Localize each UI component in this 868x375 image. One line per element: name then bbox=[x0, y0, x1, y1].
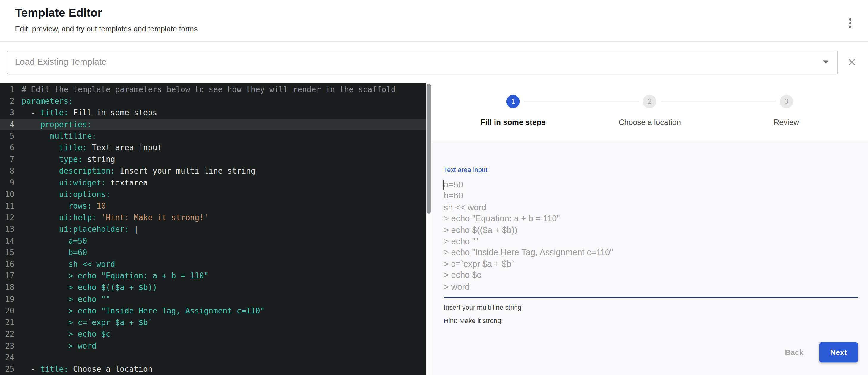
code-token bbox=[22, 155, 59, 164]
code-token: 'Hint: Make it strong!' bbox=[101, 213, 209, 222]
code-text: type: string bbox=[22, 154, 115, 165]
code-text: > echo "Equation: a + b = 110" bbox=[22, 270, 209, 282]
code-token: Insert your multi line string bbox=[115, 166, 255, 175]
code-token: multiline: bbox=[50, 132, 96, 140]
code-token: type: bbox=[59, 155, 83, 164]
code-text: ui:placeholder: | bbox=[22, 223, 138, 235]
code-line[interactable]: 20 > echo "Inside Here Tag, Assignment c… bbox=[0, 305, 426, 317]
code-text: b=60 bbox=[22, 247, 87, 258]
code-line[interactable]: 16 sh << word bbox=[0, 258, 426, 270]
code-token: title: bbox=[59, 143, 87, 152]
code-line[interactable]: 4 properties: bbox=[0, 119, 426, 130]
line-number: 24 bbox=[0, 352, 14, 364]
code-token bbox=[22, 213, 59, 222]
code-line[interactable]: 25 - title: Choose a location bbox=[0, 364, 426, 375]
code-line[interactable]: 21 > c=`expr $a + $b` bbox=[0, 317, 426, 329]
scrollbar-thumb[interactable] bbox=[427, 84, 431, 214]
load-template-select[interactable]: Load Existing Template bbox=[6, 50, 838, 74]
code-line[interactable]: 6 title: Text area input bbox=[0, 142, 426, 154]
code-line[interactable]: 14 a=50 bbox=[0, 235, 426, 247]
code-text: > echo $(($a + $b)) bbox=[22, 282, 157, 293]
overflow-menu-icon[interactable] bbox=[844, 15, 857, 31]
code-text: - title: Fill in some steps bbox=[22, 107, 157, 119]
code-line[interactable]: 24 bbox=[0, 352, 426, 364]
code-line[interactable]: 8 description: Insert your multi line st… bbox=[0, 165, 426, 177]
stepper-step-1[interactable]: 1Fill in some steps bbox=[445, 95, 581, 126]
code-text: a=50 bbox=[22, 235, 87, 247]
code-line[interactable]: 2parameters: bbox=[0, 95, 426, 107]
textarea-line: sh << word bbox=[444, 202, 858, 213]
stepper-step-3[interactable]: 3Review bbox=[718, 95, 855, 126]
code-token: - bbox=[22, 108, 40, 117]
code-token: properties: bbox=[40, 120, 92, 129]
code-line[interactable]: 3 - title: Fill in some steps bbox=[0, 107, 426, 119]
line-number: 6 bbox=[0, 142, 14, 154]
code-token: ui:widget: bbox=[59, 178, 106, 187]
code-token: title: bbox=[40, 108, 68, 117]
stepper: 1Fill in some steps2Choose a location3Re… bbox=[432, 83, 868, 127]
line-number: 13 bbox=[0, 223, 14, 235]
template-editor-app: Template Editor Edit, preview, and try o… bbox=[0, 0, 868, 375]
code-token: - bbox=[22, 365, 40, 374]
textarea-line: > echo "Equation: a + b = 110" bbox=[444, 213, 858, 224]
code-token: rows: bbox=[68, 201, 92, 210]
page-title: Template Editor bbox=[15, 6, 197, 20]
code-token: description: bbox=[59, 166, 115, 175]
code-text: title: Text area input bbox=[22, 142, 162, 154]
page-header: Template Editor Edit, preview, and try o… bbox=[0, 0, 868, 41]
textarea-line: > echo "" bbox=[444, 236, 858, 247]
line-number: 23 bbox=[0, 340, 14, 352]
code-token bbox=[22, 225, 59, 233]
code-text: - title: Choose a location bbox=[22, 364, 153, 375]
code-text: ui:options: bbox=[22, 189, 111, 200]
code-text: > echo "Inside Here Tag, Assignment c=11… bbox=[22, 305, 265, 317]
code-line[interactable]: 1# Edit the template parameters below to… bbox=[0, 84, 426, 95]
back-button[interactable]: Back bbox=[777, 344, 811, 361]
code-line[interactable]: 22 > echo $c bbox=[0, 329, 426, 340]
code-token: | bbox=[129, 225, 138, 233]
text-cursor bbox=[443, 180, 443, 190]
code-line[interactable]: 23 > word bbox=[0, 340, 426, 352]
code-text: parameters: bbox=[22, 95, 73, 107]
line-number: 17 bbox=[0, 270, 14, 282]
code-token: > echo "Equation: a + b = 110" bbox=[22, 271, 209, 280]
code-line[interactable]: 12 ui:help: 'Hint: Make it strong!' bbox=[0, 212, 426, 223]
code-line[interactable]: 19 > echo "" bbox=[0, 293, 426, 305]
textarea-line: > echo $c bbox=[444, 270, 858, 281]
code-token bbox=[92, 201, 97, 210]
close-icon[interactable]: ✕ bbox=[842, 53, 861, 71]
code-text: > echo "" bbox=[22, 293, 111, 305]
code-token: textarea bbox=[106, 178, 148, 187]
line-number: 10 bbox=[0, 189, 14, 200]
code-token bbox=[22, 178, 59, 187]
code-line[interactable]: 10 ui:options: bbox=[0, 189, 426, 200]
step-label: Review bbox=[774, 118, 799, 127]
form-preview-panel: 1Fill in some steps2Choose a location3Re… bbox=[432, 83, 868, 375]
code-line[interactable]: 17 > echo "Equation: a + b = 110" bbox=[0, 270, 426, 282]
code-token: b=60 bbox=[22, 248, 87, 257]
code-editor[interactable]: 1# Edit the template parameters below to… bbox=[0, 83, 426, 375]
code-token: string bbox=[82, 155, 115, 164]
code-line[interactable]: 11 rows: 10 bbox=[0, 200, 426, 212]
code-text: properties: bbox=[22, 119, 92, 130]
stepper-step-2[interactable]: 2Choose a location bbox=[581, 95, 718, 126]
editor-scrollbar[interactable] bbox=[426, 83, 432, 375]
next-button[interactable]: Next bbox=[819, 342, 858, 362]
code-line[interactable]: 15 b=60 bbox=[0, 247, 426, 258]
multiline-textarea[interactable]: a=50b=60sh << word> echo "Equation: a + … bbox=[444, 179, 858, 292]
code-token bbox=[22, 166, 59, 175]
code-line[interactable]: 13 ui:placeholder: | bbox=[0, 223, 426, 235]
code-line[interactable]: 18 > echo $(($a + $b)) bbox=[0, 282, 426, 293]
code-line[interactable]: 7 type: string bbox=[0, 154, 426, 165]
line-number: 21 bbox=[0, 317, 14, 329]
code-token: > echo "" bbox=[22, 294, 111, 303]
step-label: Fill in some steps bbox=[480, 118, 546, 127]
code-token: ui:options: bbox=[59, 190, 111, 199]
code-line[interactable]: 5 multiline: bbox=[0, 130, 426, 142]
line-number: 20 bbox=[0, 305, 14, 317]
code-line[interactable]: 9 ui:widget: textarea bbox=[0, 177, 426, 189]
code-token: > echo $c bbox=[22, 330, 111, 339]
line-number: 2 bbox=[0, 95, 14, 107]
line-number: 9 bbox=[0, 177, 14, 189]
textarea-line: > echo $(($a + $b)) bbox=[444, 224, 858, 236]
